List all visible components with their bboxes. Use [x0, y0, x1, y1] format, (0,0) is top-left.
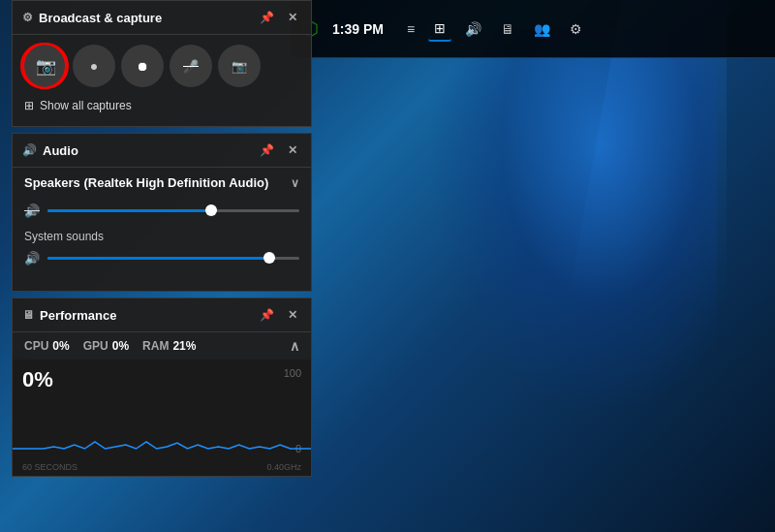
broadcast-close-icon[interactable]: ✕ — [284, 9, 301, 26]
broadcast-header: ⚙ Broadcast & capture 📌 ✕ — [13, 1, 311, 35]
system-sounds-slider[interactable] — [47, 257, 299, 260]
show-captures-label: Show all captures — [40, 99, 132, 112]
ram-label: RAM — [142, 339, 169, 353]
audio-main-channel: 🔊 — [13, 198, 311, 224]
cpu-value: 0% — [52, 339, 69, 353]
mic-mute-icon: 🎤 — [183, 59, 199, 74]
perf-header-icon: 🖥 — [22, 308, 34, 322]
audio-title: Audio — [43, 143, 250, 158]
system-sounds-thumb[interactable] — [264, 252, 275, 264]
audio-system-sounds-channel: 🔊 — [13, 245, 311, 271]
broadcast-buttons-row: 📷 ● ⏺ 🎤 📷 — [13, 35, 311, 97]
record-icon: ● — [90, 58, 98, 74]
gamebar-bar: ⬡ 1:39 PM ≡ ⊞ 🔊 🖥 👥 ⚙ — [291, 0, 775, 58]
gpu-value: 0% — [112, 339, 129, 353]
audio-header-icon: 🔊 — [22, 143, 37, 157]
screenshot-button[interactable]: 📷 — [24, 45, 67, 87]
broadcast-header-actions: 📌 ✕ — [256, 9, 301, 26]
perf-graph-bottom-labels: 60 SECONDS 0.40GHz — [22, 462, 301, 472]
gamebar-friends-icon[interactable]: 👥 — [528, 17, 556, 41]
gpu-stat: GPU 0% — [83, 339, 129, 353]
audio-close-icon[interactable]: ✕ — [284, 141, 301, 159]
perf-seconds-label: 60 SECONDS — [22, 462, 78, 472]
audio-chevron-icon: ∨ — [291, 176, 299, 190]
broadcast-capture-widget: ⚙ Broadcast & capture 📌 ✕ 📷 ● ⏺ 🎤 — [12, 0, 312, 127]
perf-graph-max: 100 — [284, 367, 301, 379]
audio-header-actions: 📌 ✕ — [256, 141, 301, 159]
gpu-label: GPU — [83, 339, 108, 353]
system-sounds-volume-row: 🔊 — [24, 251, 299, 266]
cpu-label: CPU — [24, 339, 48, 353]
audio-header: 🔊 Audio 📌 ✕ — [13, 134, 311, 168]
gamebar-performance-icon[interactable]: 🖥 — [495, 17, 520, 41]
perf-header: 🖥 Performance 📌 ✕ — [13, 298, 311, 332]
audio-widget: 🔊 Audio 📌 ✕ Speakers (Realtek High Defin… — [12, 133, 312, 292]
audio-device-name: Speakers (Realtek High Definition Audio) — [24, 175, 291, 190]
performance-widget: 🖥 Performance 📌 ✕ CPU 0% GPU 0% RAM 21% … — [12, 297, 312, 477]
desktop-beam-effect — [552, 0, 727, 388]
show-all-captures-button[interactable]: ⊞ Show all captures — [13, 97, 311, 120]
audio-volume-row: 🔊 — [24, 203, 299, 218]
perf-title: Performance — [40, 308, 250, 323]
audio-volume-slider[interactable] — [47, 209, 299, 212]
system-sounds-volume-icon[interactable]: 🔊 — [24, 251, 40, 266]
gamebar-audio-icon[interactable]: 🔊 — [459, 17, 487, 41]
gamebar-settings-icon[interactable]: ⚙ — [564, 17, 588, 41]
side-panel: ⚙ Broadcast & capture 📌 ✕ 📷 ● ⏺ 🎤 — [12, 0, 312, 532]
ram-value: 21% — [172, 339, 196, 353]
broadcast-pin-icon[interactable]: 📌 — [256, 9, 278, 26]
gamebar-capture-icon[interactable]: ⊞ — [428, 16, 451, 42]
ram-stat: RAM 21% — [142, 339, 196, 353]
gamebar-time: 1:39 PM — [332, 21, 384, 37]
perf-stats-row: CPU 0% GPU 0% RAM 21% ∧ — [13, 332, 311, 360]
system-sounds-label: System sounds — [13, 224, 311, 245]
broadcast-button[interactable]: ⏺ — [121, 45, 164, 87]
broadcast-title: Broadcast & capture — [39, 11, 250, 25]
show-captures-icon: ⊞ — [24, 99, 34, 112]
perf-line-chart — [13, 379, 311, 456]
perf-close-icon[interactable]: ✕ — [284, 306, 301, 324]
cpu-stat: CPU 0% — [24, 339, 70, 353]
perf-graph: 0% 100 0 60 SECONDS 0.40GHz — [13, 360, 311, 476]
audio-pin-icon[interactable]: 📌 — [256, 141, 278, 159]
audio-device-row[interactable]: Speakers (Realtek High Definition Audio)… — [13, 168, 311, 198]
broadcast-icon: ⏺ — [137, 59, 149, 74]
record-button[interactable]: ● — [73, 45, 115, 87]
perf-freq-label: 0.40GHz — [266, 462, 301, 472]
audio-mute-icon[interactable]: 🔊 — [24, 203, 40, 218]
camera-icon: 📷 — [232, 59, 247, 74]
broadcast-header-icon: ⚙ — [22, 11, 33, 24]
gamebar-menu-icon[interactable]: ≡ — [401, 17, 420, 41]
audio-volume-thumb[interactable] — [205, 204, 217, 216]
perf-header-actions: 📌 ✕ — [256, 306, 301, 324]
perf-pin-icon[interactable]: 📌 — [256, 306, 278, 324]
perf-collapse-icon[interactable]: ∧ — [290, 338, 299, 354]
mic-mute-button[interactable]: 🎤 — [170, 45, 212, 87]
screenshot-icon: 📷 — [36, 56, 56, 77]
camera-button[interactable]: 📷 — [218, 45, 261, 87]
